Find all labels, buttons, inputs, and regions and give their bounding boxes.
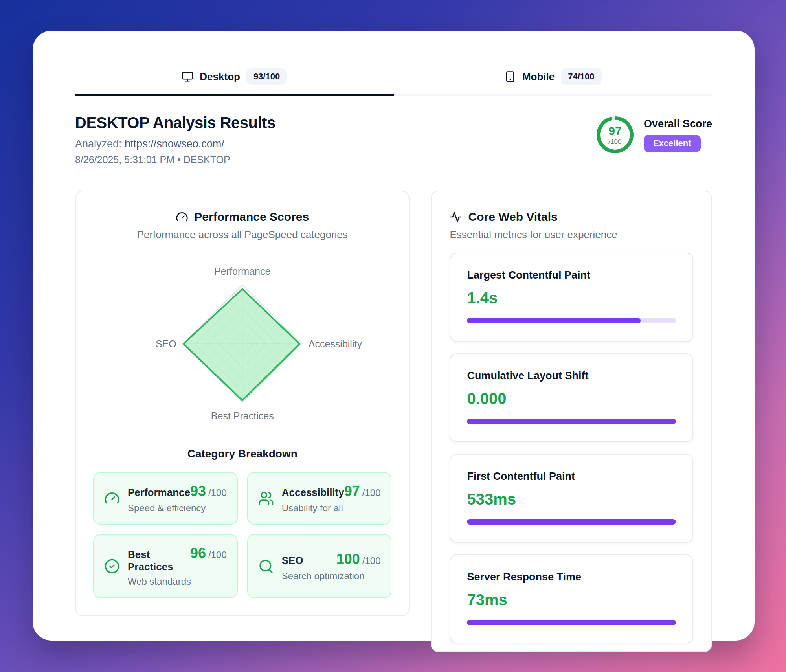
category-name: Best Practices [128,549,190,573]
category-name: Accessibility [282,487,344,499]
metric-name: Server Response Time [467,571,676,583]
category-description: Speed & efficiency [128,503,227,514]
users-icon [258,490,274,506]
overall-score-denominator: /100 [608,138,621,145]
category-description: Usability for all [282,503,381,514]
core-web-vitals-panel: Core Web Vitals Essential metrics for us… [431,191,712,652]
metric-card-server-response: Server Response Time 73ms [450,554,693,643]
category-score-max: /100 [362,555,381,566]
metric-progress-fill [467,519,676,525]
category-name: Performance [128,487,190,499]
overall-score-ring: 97 /100 [597,116,634,153]
metric-progress-track [467,519,676,525]
metric-progress-fill [467,419,676,424]
search-icon [258,558,274,574]
performance-panel-subtitle: Performance across all PageSpeed categor… [93,229,391,241]
category-score-max: /100 [362,487,381,498]
metric-value: 533ms [467,490,676,508]
overall-score-text: Overall Score Excellent [644,118,712,152]
analysis-report-card: Desktop 93/100 Mobile 74/100 DESKTOP Ana… [33,31,755,641]
metric-card-cls: Cumulative Layout Shift 0.000 [450,353,693,442]
metric-value: 73ms [467,591,676,609]
metric-card-fcp: First Contentful Paint 533ms [450,454,693,543]
category-score: 93 [190,483,206,499]
tab-desktop[interactable]: Desktop 93/100 [75,68,394,96]
device-label: DESKTOP [184,154,230,165]
overall-score-ring-inner: 97 /100 [600,120,630,150]
category-breakdown-title: Category Breakdown [93,448,391,460]
performance-scores-panel: Performance Scores Performance across al… [75,191,410,616]
svg-text:Performance: Performance [214,266,270,277]
overall-rating-badge: Excellent [644,135,701,152]
report-header-text: DESKTOP Analysis Results Analyzed: https… [75,114,275,165]
metric-name: First Contentful Paint [467,470,676,483]
smartphone-icon [504,71,516,83]
metric-progress-track [467,620,676,625]
gauge-icon [176,211,188,223]
category-name: SEO [282,554,303,567]
svg-text:Accessibility: Accessibility [309,338,362,349]
gauge-icon [104,490,120,506]
metric-value: 0.000 [467,390,676,408]
category-score-max: /100 [208,549,227,560]
overall-score-label: Overall Score [644,118,712,130]
analyzed-label: Analyzed: [75,138,122,150]
category-card-best-practices: Best Practices 96/100 Web standards [93,534,238,598]
meta-separator: • [177,154,181,165]
vitals-panel-title: Core Web Vitals [468,210,557,224]
category-score: 97 [344,483,360,499]
analyzed-url: https://snowseo.com/ [125,138,224,150]
category-card-accessibility: Accessibility 97/100 Usability for all [247,472,392,525]
category-score: 96 [190,545,206,561]
overall-score-block: 97 /100 Overall Score Excellent [597,116,712,153]
metric-progress-fill [467,318,640,323]
device-tabs: Desktop 93/100 Mobile 74/100 [75,68,712,96]
metric-card-lcp: Largest Contentful Paint 1.4s [450,253,693,342]
performance-panel-title: Performance Scores [194,210,309,224]
tab-mobile[interactable]: Mobile 74/100 [394,68,713,96]
metric-name: Largest Contentful Paint [467,269,676,281]
overall-score-value: 97 [608,125,621,137]
metric-progress-track [467,318,676,323]
category-card-performance: Performance 93/100 Speed & efficiency [93,472,238,525]
page-title: DESKTOP Analysis Results [75,114,275,132]
metric-name: Cumulative Layout Shift [467,370,676,382]
tab-desktop-label: Desktop [200,71,240,83]
radar-chart: PerformanceAccessibilityBest PracticesSE… [93,245,391,441]
meta-line: 8/26/2025, 5:31:01 PM • DESKTOP [75,154,275,165]
analyzed-line: Analyzed: https://snowseo.com/ [75,138,275,150]
metric-progress-fill [467,620,676,625]
category-score: 100 [336,551,360,567]
radar-chart-svg: PerformanceAccessibilityBest PracticesSE… [93,245,391,441]
tab-mobile-label: Mobile [522,71,555,83]
tab-mobile-score-badge: 74/100 [561,68,601,85]
monitor-icon [182,71,193,83]
timestamp: 8/26/2025, 5:31:01 PM [75,154,174,165]
check-circle-icon [104,558,120,574]
category-description: Web standards [128,576,227,587]
metric-value: 1.4s [467,289,676,307]
category-description: Search optimization [282,571,381,582]
tab-desktop-score-badge: 93/100 [246,68,287,85]
report-header: DESKTOP Analysis Results Analyzed: https… [75,114,712,165]
category-breakdown-grid: Performance 93/100 Speed & efficiency Ac… [93,472,391,598]
svg-text:Best Practices: Best Practices [211,410,274,421]
svg-text:SEO: SEO [156,338,176,349]
metric-progress-track [467,419,676,424]
vitals-panel-subtitle: Essential metrics for user experience [450,229,693,241]
activity-icon [450,211,462,223]
category-card-seo: SEO 100/100 Search optimization [247,534,392,598]
category-score-max: /100 [208,487,227,498]
